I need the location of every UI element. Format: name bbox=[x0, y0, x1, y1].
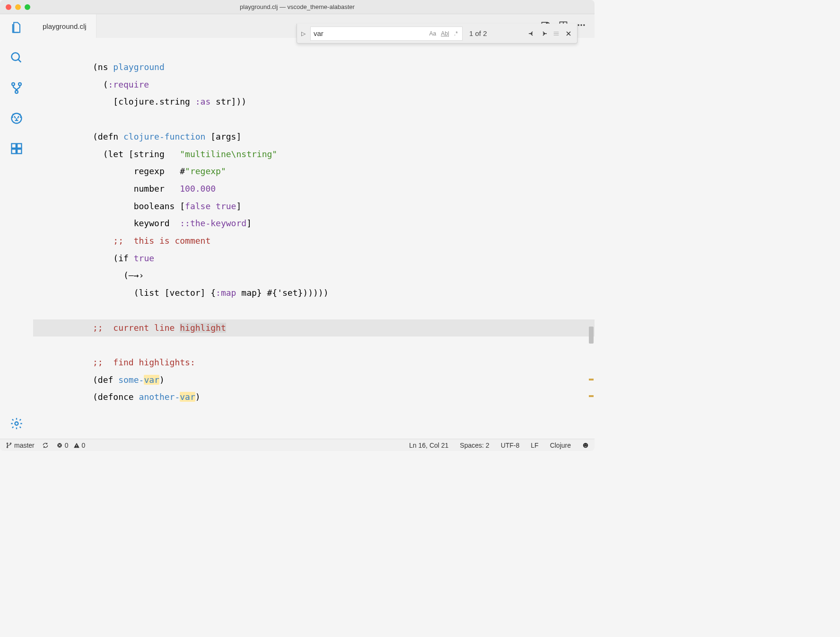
svg-point-26 bbox=[7, 446, 8, 447]
find-next-button[interactable] bbox=[540, 30, 548, 37]
status-warnings-count: 0 bbox=[82, 442, 86, 449]
search-icon[interactable] bbox=[10, 51, 23, 64]
activity-bar bbox=[0, 14, 33, 439]
extensions-icon[interactable] bbox=[10, 142, 23, 155]
t: :as bbox=[195, 97, 211, 106]
svg-point-4 bbox=[15, 90, 18, 93]
find-close-button[interactable] bbox=[565, 30, 572, 37]
svg-point-2 bbox=[12, 83, 15, 86]
t: 100.000 bbox=[180, 184, 216, 194]
t: ( bbox=[93, 270, 129, 280]
maximize-window-button[interactable] bbox=[25, 4, 30, 10]
t bbox=[210, 201, 216, 211]
t: true bbox=[134, 253, 154, 263]
svg-point-17 bbox=[580, 24, 582, 26]
code-content: (ns playground (:require [clojure.string… bbox=[33, 38, 595, 406]
t: ;; find highlights: bbox=[93, 357, 195, 367]
status-sync[interactable] bbox=[42, 442, 49, 449]
status-indentation[interactable]: Spaces: 2 bbox=[460, 442, 489, 449]
svg-point-33 bbox=[585, 444, 585, 445]
t: "multiline bbox=[180, 149, 231, 159]
window: playground.clj — vscode_theme-alabaster bbox=[0, 0, 595, 451]
scrollbar-thumb[interactable] bbox=[589, 327, 594, 344]
debug-icon[interactable] bbox=[10, 112, 23, 125]
t: (list [vector] { bbox=[93, 288, 216, 298]
t: ] bbox=[246, 218, 252, 228]
find-regex[interactable]: .* bbox=[453, 30, 459, 37]
t: ;; this is comment bbox=[113, 236, 210, 246]
svg-point-3 bbox=[18, 83, 21, 86]
find-input[interactable] bbox=[314, 29, 428, 37]
svg-line-1 bbox=[18, 60, 21, 62]
titlebar: playground.clj — vscode_theme-alabaster bbox=[0, 0, 595, 14]
t: true bbox=[216, 201, 236, 211]
t: keyword bbox=[93, 218, 180, 228]
t: ) bbox=[159, 375, 165, 385]
svg-point-25 bbox=[10, 442, 11, 443]
find-in-selection-button[interactable] bbox=[552, 30, 560, 37]
status-errors-count: 0 bbox=[65, 442, 69, 449]
t: str])) bbox=[210, 97, 246, 106]
t: Ln 16, Col 21 bbox=[409, 442, 448, 449]
t: regexp bbox=[93, 166, 180, 176]
code-editor[interactable]: (ns playground (:require [clojure.string… bbox=[33, 38, 595, 439]
more-actions-icon[interactable] bbox=[577, 20, 586, 32]
t: Clojure bbox=[550, 442, 571, 449]
find-prev-button[interactable] bbox=[528, 30, 535, 37]
svg-point-0 bbox=[12, 53, 19, 61]
svg-point-34 bbox=[586, 444, 586, 445]
svg-point-18 bbox=[583, 24, 585, 26]
t: LF bbox=[531, 442, 538, 449]
current-line: ;; current line highlight bbox=[33, 319, 595, 337]
svg-point-31 bbox=[76, 446, 77, 447]
t: some- bbox=[118, 375, 144, 385]
find-match: var bbox=[180, 392, 195, 402]
t: ] bbox=[236, 201, 241, 211]
status-problems[interactable]: 0 0 bbox=[56, 442, 86, 449]
minimize-window-button[interactable] bbox=[15, 4, 21, 10]
find-marker bbox=[589, 379, 594, 380]
find-widget: ▷ Aa Ab| .* 1 of 2 bbox=[297, 24, 578, 44]
window-title: playground.clj — vscode_theme-alabaster bbox=[240, 3, 355, 10]
t: [clojure.string bbox=[93, 97, 195, 106]
find-navigation bbox=[528, 30, 572, 37]
settings-gear-icon[interactable] bbox=[10, 417, 23, 430]
t: —→› bbox=[129, 270, 144, 280]
editor-area: playground.clj (ns playground (:require bbox=[33, 14, 595, 439]
explorer-icon[interactable] bbox=[10, 21, 23, 34]
find-toggle-replace[interactable]: ▷ bbox=[300, 27, 306, 40]
traffic-lights bbox=[0, 4, 30, 10]
t: string" bbox=[241, 149, 277, 159]
status-eol[interactable]: LF bbox=[531, 442, 538, 449]
t: ) bbox=[195, 392, 201, 402]
t bbox=[93, 236, 113, 246]
status-git-branch[interactable]: master bbox=[6, 442, 35, 449]
tab-filename: playground.clj bbox=[43, 22, 87, 30]
close-window-button[interactable] bbox=[6, 4, 11, 10]
t: :map bbox=[216, 288, 236, 298]
t: playground bbox=[113, 62, 164, 72]
t: [args] bbox=[205, 132, 241, 142]
t: :require bbox=[108, 80, 149, 89]
t: "regexp" bbox=[185, 166, 226, 176]
svg-rect-9 bbox=[17, 149, 21, 153]
t: another- bbox=[139, 392, 180, 402]
status-cursor-position[interactable]: Ln 16, Col 21 bbox=[409, 442, 448, 449]
t: number bbox=[93, 184, 180, 194]
t: clojure-function bbox=[123, 132, 205, 142]
find-whole-word[interactable]: Ab| bbox=[439, 30, 451, 37]
find-case-sensitive[interactable]: Aa bbox=[428, 30, 438, 37]
t: (if bbox=[93, 253, 134, 263]
t: (ns bbox=[93, 62, 113, 72]
find-input-wrap: Aa Ab| .* bbox=[310, 27, 463, 41]
t: (def bbox=[93, 375, 118, 385]
find-match: var bbox=[144, 375, 159, 385]
source-control-icon[interactable] bbox=[10, 81, 23, 95]
t: UTF-8 bbox=[501, 442, 520, 449]
svg-rect-6 bbox=[12, 144, 16, 148]
tab-active[interactable]: playground.clj bbox=[33, 14, 96, 38]
status-encoding[interactable]: UTF-8 bbox=[501, 442, 520, 449]
t: (defn bbox=[93, 132, 123, 142]
status-feedback-icon[interactable] bbox=[582, 442, 589, 449]
status-language[interactable]: Clojure bbox=[550, 442, 571, 449]
